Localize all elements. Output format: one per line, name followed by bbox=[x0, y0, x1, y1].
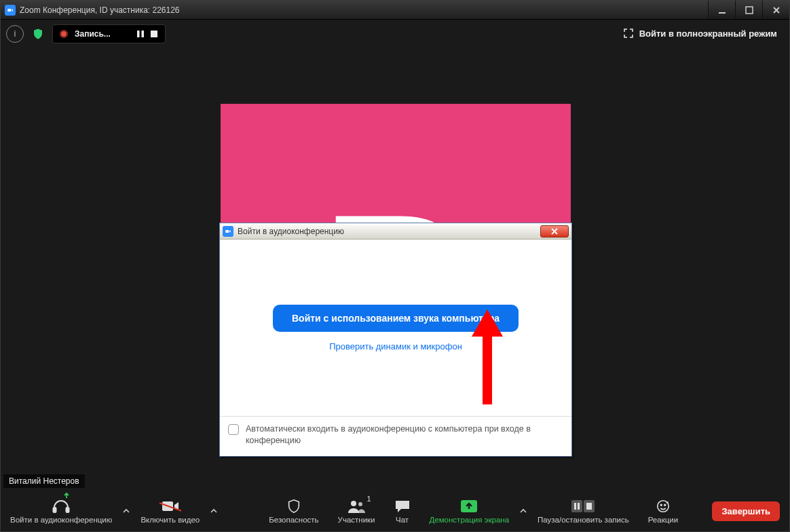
svg-rect-0 bbox=[7, 8, 11, 11]
share-screen-label: Демонстрация экрана bbox=[430, 516, 510, 524]
svg-rect-15 bbox=[578, 503, 580, 510]
fullscreen-icon bbox=[623, 28, 634, 39]
dialog-footer: Автоматически входить в аудиоконференцию… bbox=[220, 416, 571, 456]
headphones-icon bbox=[52, 499, 70, 514]
svg-rect-2 bbox=[746, 7, 753, 14]
svg-rect-9 bbox=[162, 501, 173, 511]
auto-join-audio-checkbox[interactable] bbox=[228, 424, 239, 435]
record-dot-icon bbox=[60, 30, 68, 38]
meeting-topbar: i Запись... Войти в полноэкранный режим bbox=[1, 20, 789, 48]
auto-join-audio-label: Автоматически входить в аудиоконференцию… bbox=[246, 423, 563, 446]
join-audio-button[interactable]: Войти в аудиоконференцию bbox=[1, 491, 121, 531]
zoom-app-icon bbox=[5, 5, 16, 16]
security-button[interactable]: Безопасность bbox=[259, 491, 328, 531]
dialog-titlebar: Войти в аудиоконференцию bbox=[220, 223, 571, 240]
reactions-icon bbox=[656, 499, 671, 514]
start-video-label: Включить видео bbox=[140, 516, 200, 524]
dialog-title: Войти в аудиоконференцию bbox=[238, 227, 344, 236]
video-off-icon bbox=[162, 499, 179, 514]
end-meeting-button[interactable]: Завершить bbox=[712, 501, 780, 521]
chat-button[interactable]: Чат bbox=[385, 491, 420, 531]
minimize-button[interactable] bbox=[708, 1, 735, 19]
svg-rect-4 bbox=[141, 31, 144, 37]
video-menu-caret[interactable] bbox=[209, 508, 219, 514]
chat-label: Чат bbox=[396, 516, 409, 524]
recording-indicator: Запись... bbox=[52, 24, 166, 43]
svg-point-20 bbox=[664, 504, 666, 506]
zoom-dialog-icon bbox=[223, 226, 233, 237]
join-audio-dialog: Войти в аудиоконференцию Войти с использ… bbox=[219, 223, 572, 457]
reactions-label: Реакции bbox=[648, 516, 678, 524]
pause-stop-icon bbox=[571, 499, 595, 514]
test-speaker-mic-link[interactable]: Проверить динамик и микрофон bbox=[329, 341, 462, 352]
share-menu-caret[interactable] bbox=[519, 508, 528, 514]
app-window: Zoom Конференция, ID участника: 226126 i… bbox=[0, 0, 790, 532]
security-label: Безопасность bbox=[269, 516, 318, 524]
stop-recording-button[interactable] bbox=[150, 30, 158, 38]
window-title: Zoom Конференция, ID участника: 226126 bbox=[20, 5, 180, 15]
svg-point-10 bbox=[351, 501, 356, 506]
participants-label: Участники bbox=[338, 516, 375, 524]
svg-rect-17 bbox=[586, 503, 592, 510]
participant-name-label: Виталий Нестеров bbox=[3, 474, 85, 488]
svg-point-11 bbox=[358, 502, 362, 506]
participants-count-badge: 1 bbox=[366, 495, 371, 503]
svg-rect-6 bbox=[225, 229, 229, 232]
participants-button[interactable]: 1 Участники bbox=[328, 491, 385, 531]
svg-rect-14 bbox=[574, 503, 576, 510]
record-label: Пауза/остановить запись bbox=[538, 516, 629, 524]
reactions-button[interactable]: Реакции bbox=[639, 491, 688, 531]
svg-rect-1 bbox=[719, 12, 726, 14]
join-computer-audio-button[interactable]: Войти с использованием звука компьютера bbox=[273, 305, 519, 332]
chat-icon bbox=[394, 499, 411, 514]
join-audio-label: Войти в аудиоконференцию bbox=[10, 516, 112, 524]
window-controls bbox=[708, 1, 789, 19]
svg-rect-8 bbox=[67, 508, 69, 512]
svg-rect-13 bbox=[571, 500, 582, 512]
meeting-info-button[interactable]: i bbox=[6, 25, 24, 43]
dialog-body: Войти с использованием звука компьютера … bbox=[220, 240, 571, 456]
svg-rect-5 bbox=[151, 31, 157, 37]
titlebar: Zoom Конференция, ID участника: 226126 bbox=[1, 1, 789, 20]
shield-icon bbox=[286, 499, 301, 514]
meeting-controls: Войти в аудиоконференцию Включить видео … bbox=[1, 491, 789, 531]
maximize-button[interactable] bbox=[735, 1, 762, 19]
close-button[interactable] bbox=[762, 1, 789, 19]
encryption-shield-icon[interactable] bbox=[29, 25, 47, 43]
pause-stop-record-button[interactable]: Пауза/остановить запись bbox=[528, 491, 639, 531]
recording-label: Запись... bbox=[75, 29, 111, 39]
participants-icon bbox=[347, 499, 365, 514]
share-screen-icon bbox=[460, 499, 478, 514]
share-screen-button[interactable]: Демонстрация экрана bbox=[420, 491, 519, 531]
start-video-button[interactable]: Включить видео bbox=[131, 491, 209, 531]
audio-menu-caret[interactable] bbox=[121, 508, 131, 514]
dialog-close-button[interactable] bbox=[540, 225, 569, 238]
pause-recording-button[interactable] bbox=[136, 30, 145, 38]
svg-rect-7 bbox=[54, 508, 56, 512]
svg-point-19 bbox=[660, 504, 662, 506]
svg-rect-3 bbox=[137, 31, 140, 37]
fullscreen-label: Войти в полноэкранный режим bbox=[639, 28, 777, 39]
enter-fullscreen-button[interactable]: Войти в полноэкранный режим bbox=[619, 25, 781, 41]
